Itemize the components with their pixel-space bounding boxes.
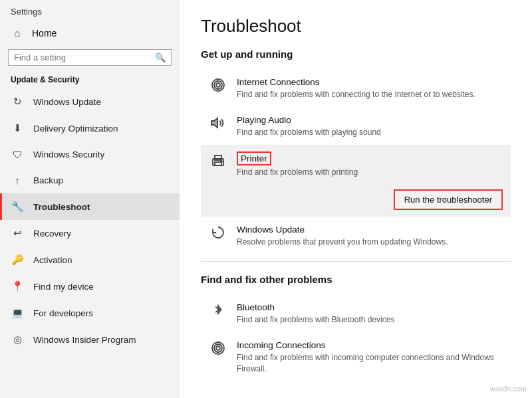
recovery-icon: ↩	[11, 227, 24, 239]
item-name-internet-connections: Internet Connections	[237, 77, 320, 87]
sidebar-item-label-recovery: Recovery	[33, 229, 71, 239]
item-name-bluetooth: Bluetooth	[237, 302, 275, 312]
item-name-printer: Printer	[237, 151, 271, 165]
incoming-connections-icon	[209, 340, 227, 360]
sidebar-home[interactable]: ⌂ Home	[0, 21, 180, 45]
search-input[interactable]	[14, 52, 151, 62]
sidebar-item-label-for-developers: For developers	[33, 308, 93, 318]
svg-rect-3	[215, 162, 221, 165]
sidebar-item-activation[interactable]: 🔑 Activation	[0, 247, 180, 273]
item-name-incoming-connections: Incoming Connections	[237, 340, 326, 350]
item-desc-windows-update: Resolve problems that prevent you from u…	[237, 237, 503, 248]
troubleshoot-icon: 🔧	[11, 201, 24, 213]
search-icon: 🔍	[155, 52, 166, 62]
item-desc-bluetooth: Find and fix problems with Bluetooth dev…	[237, 314, 503, 326]
troubleshoot-item-internet-connections[interactable]: Internet Connections Find and fix proble…	[201, 69, 511, 107]
item-info-windows-update: Windows Update Resolve problems that pre…	[237, 223, 503, 248]
run-btn-row: Run the troubleshooter	[201, 184, 511, 217]
item-desc-incoming-connections: Find and fix problems with incoming comp…	[237, 352, 503, 375]
sidebar-item-windows-update[interactable]: ↻ Windows Update	[0, 88, 180, 115]
divider1	[201, 261, 511, 262]
windows-update-icon	[209, 225, 227, 245]
item-info-internet-connections: Internet Connections Find and fix proble…	[237, 76, 503, 100]
item-info-incoming-connections: Incoming Connections Find and fix proble…	[237, 339, 503, 375]
for-developers-icon: 💻	[11, 307, 24, 319]
item-desc-printer: Find and fix problems with printing	[237, 167, 503, 178]
svg-rect-2	[215, 155, 221, 160]
sidebar-item-for-developers[interactable]: 💻 For developers	[0, 300, 180, 326]
run-troubleshooter-button[interactable]: Run the troubleshooter	[394, 189, 503, 210]
sidebar-item-label-find-my-device: Find my device	[33, 282, 94, 292]
sidebar-item-label-backup: Backup	[33, 175, 63, 185]
troubleshoot-item-incoming-connections[interactable]: Incoming Connections Find and fix proble…	[201, 332, 511, 381]
main-content: Troubleshoot Get up and running Internet…	[180, 0, 532, 398]
backup-icon: ↑	[11, 175, 24, 186]
sidebar-item-windows-security[interactable]: 🛡 Windows Security	[0, 142, 180, 167]
sidebar-item-label-delivery-optimization: Delivery Optimization	[33, 124, 118, 134]
internet-connections-icon	[209, 77, 227, 97]
troubleshoot-item-windows-update[interactable]: Windows Update Resolve problems that pre…	[201, 217, 511, 254]
sidebar-item-find-my-device[interactable]: 📍 Find my device	[0, 273, 180, 300]
sidebar-item-label-activation: Activation	[33, 255, 72, 265]
home-icon: ⌂	[11, 27, 24, 39]
sidebar-item-backup[interactable]: ↑ Backup	[0, 167, 180, 193]
section2-heading: Find and fix other problems	[201, 274, 511, 285]
windows-insider-icon: ◎	[11, 334, 24, 346]
sidebar-item-windows-insider[interactable]: ◎ Windows Insider Program	[0, 326, 180, 353]
item-name-windows-update: Windows Update	[237, 225, 305, 235]
items1-container: Internet Connections Find and fix proble…	[201, 69, 511, 254]
sidebar-item-recovery[interactable]: ↩ Recovery	[0, 220, 180, 247]
search-box[interactable]: 🔍	[8, 49, 172, 66]
section1-heading: Get up and running	[201, 49, 511, 60]
watermark: wsxdn.com	[490, 385, 527, 393]
item-desc-playing-audio: Find and fix problems with playing sound	[237, 127, 503, 138]
item-name-playing-audio: Playing Audio	[237, 115, 291, 125]
item-info-printer: Printer Find and fix problems with print…	[237, 151, 503, 178]
sidebar-item-troubleshoot[interactable]: 🔧 Troubleshoot	[0, 193, 180, 220]
sidebar-item-label-windows-security: Windows Security	[33, 149, 104, 159]
svg-point-4	[221, 161, 222, 162]
troubleshoot-item-bluetooth[interactable]: Bluetooth Find and fix problems with Blu…	[201, 294, 511, 332]
sidebar-title: Settings	[0, 0, 180, 21]
home-label: Home	[32, 28, 57, 39]
items2-container: Bluetooth Find and fix problems with Blu…	[201, 294, 511, 381]
windows-update-icon: ↻	[11, 96, 24, 108]
svg-marker-0	[211, 118, 217, 128]
playing-audio-icon	[209, 115, 227, 135]
sidebar-item-label-troubleshoot: Troubleshoot	[33, 202, 90, 212]
troubleshoot-item-printer[interactable]: Printer Find and fix problems with print…	[201, 145, 511, 185]
item-desc-internet-connections: Find and fix problems with connecting to…	[237, 89, 503, 100]
sidebar-items-list: ↻ Windows Update ⬇ Delivery Optimization…	[0, 88, 180, 353]
sidebar-item-delivery-optimization[interactable]: ⬇ Delivery Optimization	[0, 115, 180, 142]
troubleshoot-item-playing-audio[interactable]: Playing Audio Find and fix problems with…	[201, 107, 511, 145]
sidebar-item-label-windows-insider: Windows Insider Program	[33, 335, 136, 345]
page-title: Troubleshoot	[201, 16, 511, 37]
find-my-device-icon: 📍	[11, 280, 24, 292]
item-info-bluetooth: Bluetooth Find and fix problems with Blu…	[237, 301, 503, 326]
item-info-playing-audio: Playing Audio Find and fix problems with…	[237, 114, 503, 138]
activation-icon: 🔑	[11, 254, 24, 266]
sidebar-item-label-windows-update: Windows Update	[33, 97, 101, 107]
delivery-optimization-icon: ⬇	[11, 122, 24, 134]
sidebar: Settings ⌂ Home 🔍 Update & Security ↻ Wi…	[0, 0, 180, 398]
sidebar-section-label: Update & Security	[0, 72, 180, 88]
windows-security-icon: 🛡	[11, 149, 24, 160]
printer-icon	[209, 153, 227, 173]
bluetooth-icon	[209, 302, 227, 322]
